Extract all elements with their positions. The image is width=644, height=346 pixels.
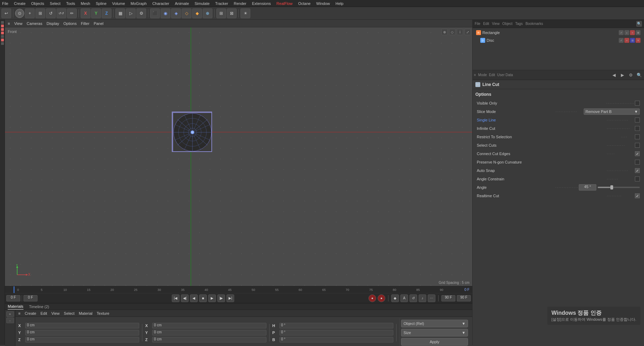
menu-file[interactable]: File [2,1,8,6]
frame-current-input[interactable]: 0 F [23,295,38,301]
playback-record2[interactable]: ● [378,294,385,302]
coord-input-x2[interactable]: 0 cm [152,323,266,328]
toolbar-axis-x[interactable]: X [81,8,90,18]
coord-input-h[interactable]: 0 ° [279,323,393,328]
toolbar-paint[interactable]: ✏ [67,8,77,18]
playback-more[interactable]: ⋯ [428,294,435,302]
prop-checkbox-preserve-ngon[interactable] [635,160,640,165]
prop-nav-forward[interactable]: ▶ [619,72,626,79]
playback-goto-end[interactable]: ▶| [226,294,234,302]
frame-end-input[interactable]: 90 F [441,295,455,301]
bottom-menu-material[interactable]: Material [79,311,93,315]
menu-tracker[interactable]: Tracker [215,1,228,6]
prop-nav-search[interactable]: 🔍 [636,72,643,79]
menu-character[interactable]: Character [152,1,169,6]
toolbar-cube[interactable]: ⬛ [150,8,160,18]
playback-sound[interactable]: ♪ [419,294,426,302]
prop-nav-back[interactable]: ◀ [610,72,617,79]
toolbar-mode-rotate[interactable]: ↺ [46,8,56,18]
menu-create[interactable]: Create [14,1,26,6]
tab-timeline[interactable]: Timeline (2) [29,304,49,310]
prop-checkbox-select-cuts[interactable] [635,143,640,148]
disc-object[interactable] [172,112,212,152]
playback-prev[interactable]: ◀ [190,294,198,302]
tree-nav-tags[interactable]: Tags [515,22,523,26]
prop-checkbox-single-line[interactable] [635,118,640,122]
timeline-mark-10[interactable]: 10 [53,288,77,292]
tree-nav-bookmarks[interactable]: Bookmarks [526,22,543,26]
timeline-mark-85[interactable]: 85 [406,288,430,292]
menu-volume[interactable]: Volume [112,1,125,6]
viewport-menu-filter[interactable]: Filter [81,21,89,26]
toolbar-render[interactable]: ▦ [115,8,125,18]
prop-nav-filter[interactable]: ⚙ [627,72,634,79]
timeline-mark-70[interactable]: 70 [336,288,359,292]
toolbar-deform[interactable]: ◇ [182,8,191,18]
menu-objects[interactable]: Objects [31,1,44,6]
menu-mesh[interactable]: Mesh [81,1,90,6]
toolbar-axis-y[interactable]: Y [91,8,101,18]
timeline-mark-20[interactable]: 20 [100,288,124,292]
disc-action-2[interactable]: × [624,38,629,43]
timeline-mark-30[interactable]: 30 [148,288,171,292]
prop-checkbox-infinite-cut[interactable] [635,126,640,131]
menu-octane[interactable]: Octane [298,1,310,6]
tree-nav-object[interactable]: Object [502,22,513,26]
viewport-ctrl-expand[interactable]: ⤢ [465,29,471,35]
rect-action-1[interactable]: ✓ [619,30,624,35]
timeline-mark-35[interactable]: 35 [171,288,195,292]
coord-input-y2[interactable]: 0 cm [152,330,266,335]
timeline-mark-15[interactable]: 15 [77,288,100,292]
tree-nav-file[interactable]: File [475,22,480,26]
toolbar-snap2[interactable]: ⊠ [227,8,237,18]
toolbar-light[interactable]: ☀ [240,8,250,18]
menu-window[interactable]: Window [316,1,330,6]
playback-loop[interactable]: ↺ [409,294,417,302]
prop-checkbox-auto-snap[interactable] [635,168,640,173]
bottom-menu-toggle[interactable]: ≡ [18,311,20,315]
menu-select[interactable]: Select [50,1,61,6]
timeline-mark-55[interactable]: 55 [265,288,289,292]
timeline-mark-5[interactable]: 5 [30,288,53,292]
angle-slider-handle[interactable] [610,185,613,189]
viewport-menu-cameras[interactable]: Cameras [27,21,42,26]
toolbar-mode-add[interactable]: + [25,8,35,18]
tab-materials[interactable]: Materials [8,304,23,310]
toolbar-camera[interactable]: ⊕ [203,8,212,18]
coord-input-z[interactable]: 0 cm [25,337,139,342]
prop-menu-edit[interactable]: Edit [489,73,495,77]
timeline-mark-65[interactable]: 65 [312,288,335,292]
timeline-mark-60[interactable]: 60 [289,288,312,292]
timeline-mark-50[interactable]: 50 [242,288,265,292]
timeline-mark-90[interactable]: 90 [430,288,453,292]
coord-input-b[interactable]: 0 ° [279,337,393,342]
menu-extensions[interactable]: Extensions [252,1,271,6]
prop-select-slice-mode[interactable]: Remove Part B ▼ [584,108,640,115]
timeline-mark-25[interactable]: 25 [124,288,148,292]
menu-help[interactable]: Help [335,1,344,6]
frame-start-input[interactable]: 0 F [6,295,20,301]
playback-prev-frame[interactable]: ◀| [181,294,189,302]
coord-input-y[interactable]: 0 cm [25,330,139,335]
frame-fps-input[interactable]: 90 F [457,295,471,301]
disc-action-1[interactable]: ✓ [619,38,624,43]
bottom-tool-1[interactable]: ≡ [6,311,14,317]
tree-nav-edit[interactable]: Edit [483,22,489,26]
toolbar-effector[interactable]: ◆ [192,8,202,18]
timeline-mark-75[interactable]: 75 [359,288,383,292]
size-select-dropdown[interactable]: Size ▼ [401,329,468,337]
coord-input-p[interactable]: 0 ° [279,330,393,335]
tree-item-rectangle[interactable]: R Rectangle ✓ • × ⊕ [473,29,643,36]
timeline-mark-0[interactable]: 0 [6,288,30,292]
viewport-menu-toggle[interactable]: ≡ [8,21,10,26]
rect-action-3[interactable]: × [630,30,635,35]
disc-action-3[interactable]: ⊞ [630,38,635,43]
prop-menu-userdata[interactable]: User Data [497,73,513,77]
bottom-menu-view[interactable]: View [51,311,60,315]
disc-action-4[interactable]: ✕ [636,38,640,43]
tree-search-icon[interactable]: 🔍 [636,21,642,27]
bottom-menu-texture[interactable]: Texture [97,311,109,315]
toolbar-mode-reset[interactable]: ↺↺ [56,8,66,18]
toolbar-snap[interactable]: ⊞ [216,8,226,18]
prop-checkbox-connect-cut-edges[interactable] [635,151,640,156]
